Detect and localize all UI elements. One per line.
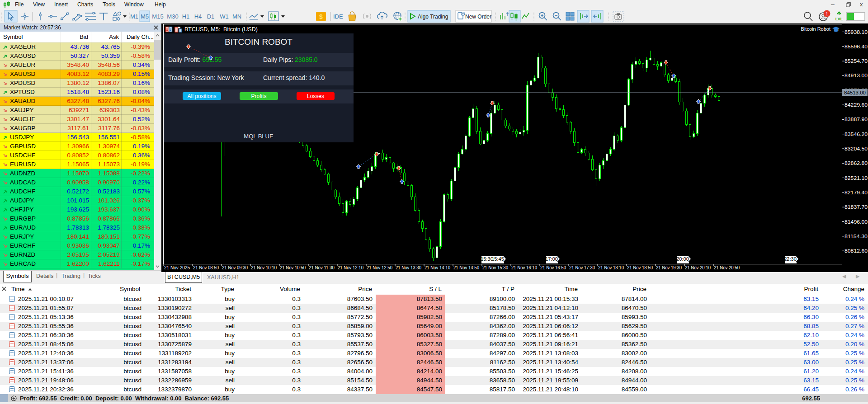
svg-text:$: $ [319, 13, 323, 20]
svg-text:21 Nov 19:30: 21 Nov 19:30 [656, 265, 682, 270]
svg-text:81496.00: 81496.00 [844, 219, 868, 225]
svg-text:M5: M5 [141, 13, 149, 20]
svg-text:15:45: 15:45 [491, 256, 504, 262]
svg-text:85596.40: 85596.40 [844, 44, 868, 49]
svg-text:82862.80: 82862.80 [844, 160, 868, 166]
svg-text:Daily Pips: 23085.0: Daily Pips: 23085.0 [263, 56, 318, 63]
svg-text:21 Nov 13:30: 21 Nov 13:30 [396, 265, 421, 270]
svg-text:W1: W1 [220, 13, 229, 20]
svg-text:IDE: IDE [333, 13, 343, 20]
svg-text:21 Nov 20:50: 21 Nov 20:50 [714, 265, 740, 270]
svg-text:83204.50: 83204.50 [844, 146, 868, 151]
svg-text:81154.30: 81154.30 [844, 234, 868, 239]
svg-text:21 Nov 20:10: 21 Nov 20:10 [685, 265, 711, 270]
svg-text:M1: M1 [130, 13, 138, 20]
svg-text:21 Nov 08:50: 21 Nov 08:50 [193, 265, 219, 270]
svg-text:M15: M15 [152, 13, 163, 20]
svg-text:82521.10: 82521.10 [844, 175, 868, 181]
svg-text:21 Nov 09:30: 21 Nov 09:30 [222, 265, 248, 270]
svg-text:21 Nov 15:30: 21 Nov 15:30 [482, 265, 508, 270]
svg-text:All positions: All positions [187, 93, 216, 99]
svg-text:1: 1 [826, 11, 828, 16]
svg-text:85938.10: 85938.10 [844, 29, 868, 35]
svg-text:85254.70: 85254.70 [844, 58, 868, 64]
svg-text:81837.70: 81837.70 [844, 204, 868, 210]
svg-text:21 Nov 16:50: 21 Nov 16:50 [540, 265, 566, 270]
svg-text:H1: H1 [182, 13, 190, 20]
svg-text:17:00: 17:00 [545, 256, 558, 262]
svg-text:83887.90: 83887.90 [844, 117, 868, 122]
svg-text:New Order: New Order [465, 14, 491, 20]
svg-text:21 Nov 12:50: 21 Nov 12:50 [367, 265, 392, 270]
svg-text:21 Nov 14:10: 21 Nov 14:10 [425, 265, 450, 270]
svg-text:83546.20: 83546.20 [844, 132, 868, 137]
svg-text:21 Nov 10:10: 21 Nov 10:10 [251, 265, 277, 270]
svg-text:Losses: Losses [307, 93, 324, 99]
svg-text:D1: D1 [207, 13, 215, 20]
svg-text:M30: M30 [167, 13, 178, 20]
svg-text:LVL: LVL [835, 17, 843, 21]
svg-text:21 Nov 12:10: 21 Nov 12:10 [338, 265, 363, 270]
svg-text:21 Nov 18:10: 21 Nov 18:10 [598, 265, 624, 270]
svg-text:BTCUSD, M5: Bitcoin (USD): BTCUSD, M5: Bitcoin (USD) [184, 26, 258, 33]
svg-text:BITCOIN ROBOT: BITCOIN ROBOT [225, 37, 292, 47]
svg-text:82179.40: 82179.40 [844, 190, 868, 195]
svg-text:21 Nov 11:30: 21 Nov 11:30 [309, 265, 335, 270]
svg-text:MQL BLUE: MQL BLUE [244, 133, 274, 140]
svg-text:Bitcoin Robot: Bitcoin Robot [801, 26, 830, 32]
svg-text:MN: MN [232, 13, 241, 20]
svg-text:H4: H4 [194, 13, 202, 20]
svg-text:21 Nov 17:30: 21 Nov 17:30 [569, 265, 595, 270]
svg-text:21 Nov 14:50: 21 Nov 14:50 [453, 265, 479, 270]
svg-text:Algo Trading: Algo Trading [418, 14, 448, 20]
svg-text:21 Nov 16:10: 21 Nov 16:10 [511, 265, 537, 270]
svg-text:21 Nov 18:50: 21 Nov 18:50 [627, 265, 653, 270]
svg-text:21 Nov 10:50: 21 Nov 10:50 [280, 265, 306, 270]
svg-text:84513.00: 84513.00 [844, 90, 866, 95]
svg-text:Trading Session: New York: Trading Session: New York [168, 74, 245, 81]
svg-text:22:30: 22:30 [784, 256, 797, 262]
svg-text:80812.60: 80812.60 [844, 248, 868, 254]
svg-text:84913.00: 84913.00 [844, 73, 868, 78]
svg-text:20:00: 20:00 [676, 256, 689, 262]
svg-text:21 Nov 2025: 21 Nov 2025 [164, 265, 190, 270]
svg-text:Current spread: 140.0: Current spread: 140.0 [263, 74, 325, 81]
svg-text:Daily Profit: 692.55: Daily Profit: 692.55 [168, 56, 222, 63]
svg-text:84229.60: 84229.60 [844, 102, 868, 108]
svg-text:Profits: Profits [251, 93, 266, 99]
